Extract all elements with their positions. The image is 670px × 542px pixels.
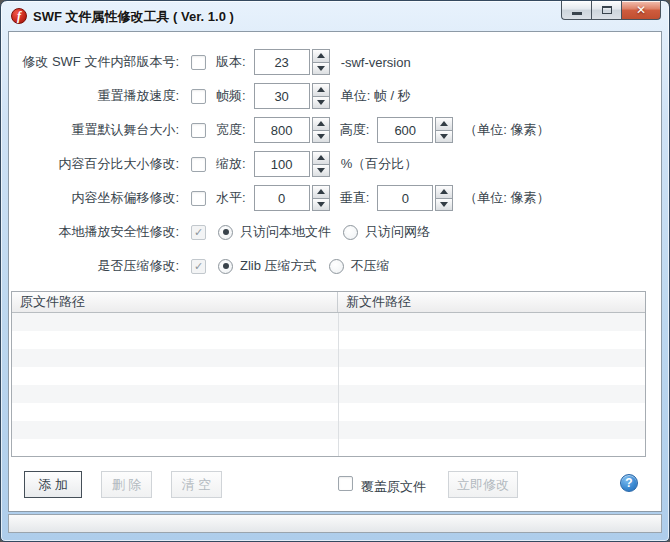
radio-dot-icon <box>223 263 229 269</box>
radio-label: 不压缩 <box>351 257 390 275</box>
spin-up-button[interactable] <box>313 50 329 62</box>
row-suffix: 单位: 帧 / 秒 <box>341 87 411 105</box>
row-label: 本地播放安全性修改: <box>9 223 179 241</box>
spinner-buttons <box>312 151 330 177</box>
help-icon[interactable]: ? <box>620 474 638 492</box>
vertical-input[interactable] <box>377 185 433 211</box>
column-header-new-path[interactable]: 新文件路径 <box>338 292 645 312</box>
overwrite-checkbox-label: 覆盖原文件 <box>361 478 426 496</box>
file-table: 原文件路径 新文件路径 <box>11 291 646 457</box>
field-label: 垂直: <box>340 189 370 207</box>
arrow-down-icon <box>317 66 325 71</box>
form-row-compression: 是否压缩修改: ✓ Zlib 压缩方式 不压缩 <box>9 249 661 283</box>
row-label: 重置播放速度: <box>9 87 179 105</box>
radio-zlib[interactable] <box>218 259 233 274</box>
spin-up-button[interactable] <box>436 186 452 198</box>
add-button[interactable]: 添 加 <box>24 471 82 498</box>
arrow-up-icon <box>440 121 448 126</box>
width-stepper <box>254 117 330 143</box>
arrow-up-icon <box>440 189 448 194</box>
form-row-framerate: 重置播放速度: ✓ 帧频: 单位: 帧 / 秒 <box>9 79 661 113</box>
arrow-down-icon <box>317 168 325 173</box>
spin-down-button[interactable] <box>313 164 329 177</box>
modify-now-button[interactable]: 立即修改 <box>448 471 518 498</box>
row-label: 内容百分比大小修改: <box>9 155 179 173</box>
radio-dot-icon <box>223 229 229 235</box>
radio-no-compression[interactable] <box>329 259 344 274</box>
spin-down-button[interactable] <box>313 130 329 143</box>
framerate-stepper <box>254 83 330 109</box>
version-input[interactable] <box>254 49 310 75</box>
spin-down-button[interactable] <box>313 62 329 75</box>
radio-label: 只访问本地文件 <box>240 223 331 241</box>
arrow-down-icon <box>440 134 448 139</box>
check-icon: ✓ <box>194 260 203 273</box>
delete-button[interactable]: 删 除 <box>101 471 152 498</box>
minimize-button[interactable] <box>561 1 591 20</box>
enable-version-checkbox[interactable]: ✓ <box>191 55 206 70</box>
window-title: SWF 文件属性修改工具 ( Ver. 1.0 ) <box>33 8 234 26</box>
field-label: 缩放: <box>216 155 246 173</box>
file-table-body[interactable] <box>12 313 645 456</box>
field-label: 版本: <box>216 53 246 71</box>
spin-up-button[interactable] <box>313 152 329 164</box>
version-stepper <box>254 49 330 75</box>
radio-local-files[interactable] <box>218 225 233 240</box>
close-button[interactable]: ✕ <box>621 1 661 20</box>
compression-checkbox[interactable]: ✓ <box>191 259 206 274</box>
field-label: 帧频: <box>216 87 246 105</box>
scale-input[interactable] <box>254 151 310 177</box>
app-icon: f <box>11 8 27 24</box>
arrow-down-icon <box>317 202 325 207</box>
overwrite-checkbox[interactable]: ✓ <box>338 476 353 491</box>
spin-up-button[interactable] <box>436 118 452 130</box>
enable-scale-checkbox[interactable]: ✓ <box>191 157 206 172</box>
status-bar <box>8 514 662 533</box>
arrow-down-icon <box>317 134 325 139</box>
row-suffix: （单位: 像素） <box>464 121 549 139</box>
security-checkbox[interactable]: ✓ <box>191 225 206 240</box>
radio-network-only[interactable] <box>343 225 358 240</box>
file-table-header: 原文件路径 新文件路径 <box>12 292 645 313</box>
height-input[interactable] <box>377 117 433 143</box>
maximize-button[interactable] <box>591 1 621 20</box>
framerate-input[interactable] <box>254 83 310 109</box>
row-suffix: （单位: 像素） <box>464 189 549 207</box>
client-area: 修改 SWF 文件内部版本号: ✓ 版本: -swf-version 重置播放速… <box>8 31 662 512</box>
spin-down-button[interactable] <box>313 96 329 109</box>
enable-offset-checkbox[interactable]: ✓ <box>191 191 206 206</box>
spin-down-button[interactable] <box>436 198 452 211</box>
row-label: 内容坐标偏移修改: <box>9 189 179 207</box>
arrow-down-icon <box>317 100 325 105</box>
column-header-original-path[interactable]: 原文件路径 <box>12 292 338 312</box>
arrow-up-icon <box>317 121 325 126</box>
height-stepper <box>377 117 453 143</box>
arrow-up-icon <box>317 87 325 92</box>
enable-framerate-checkbox[interactable]: ✓ <box>191 89 206 104</box>
maximize-icon <box>602 6 612 14</box>
row-label: 是否压缩修改: <box>9 257 179 275</box>
radio-label: 只访问网络 <box>365 223 430 241</box>
field-label: 宽度: <box>216 121 246 139</box>
scale-stepper <box>254 151 330 177</box>
spin-up-button[interactable] <box>313 118 329 130</box>
form-row-security: 本地播放安全性修改: ✓ 只访问本地文件 只访问网络 <box>9 215 661 249</box>
check-icon: ✓ <box>194 226 203 239</box>
row-suffix: -swf-version <box>341 55 411 70</box>
vertical-stepper <box>377 185 453 211</box>
spinner-buttons <box>435 185 453 211</box>
field-label: 水平: <box>216 189 246 207</box>
horizontal-input[interactable] <box>254 185 310 211</box>
form-row-offset: 内容坐标偏移修改: ✓ 水平: 垂直: <box>9 181 661 215</box>
width-input[interactable] <box>254 117 310 143</box>
title-bar[interactable]: f SWF 文件属性修改工具 ( Ver. 1.0 ) ✕ <box>1 1 669 31</box>
spin-down-button[interactable] <box>313 198 329 211</box>
form-row-stage-size: 重置默认舞台大小: ✓ 宽度: 高度: <box>9 113 661 147</box>
clear-button[interactable]: 清 空 <box>171 471 222 498</box>
spin-up-button[interactable] <box>313 186 329 198</box>
spin-down-button[interactable] <box>436 130 452 143</box>
column-divider <box>338 313 339 456</box>
caption-buttons: ✕ <box>561 1 661 20</box>
enable-stage-size-checkbox[interactable]: ✓ <box>191 123 206 138</box>
spin-up-button[interactable] <box>313 84 329 96</box>
